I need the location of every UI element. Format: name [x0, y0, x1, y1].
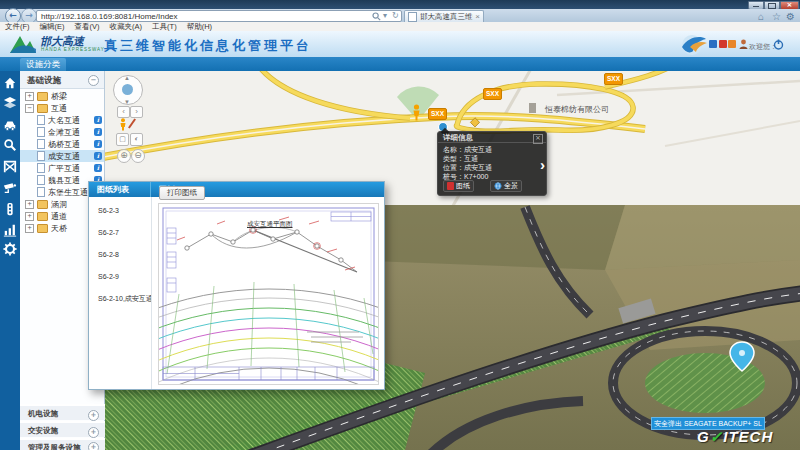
map-compass-control[interactable]: ▲ ▼: [113, 75, 143, 105]
open-panorama-button[interactable]: 全景: [490, 180, 522, 192]
print-drawing-button[interactable]: 打印图纸: [159, 186, 205, 200]
panorama-button-label: 全景: [504, 181, 518, 191]
favorites-star-icon[interactable]: ☆: [772, 11, 781, 22]
tab-close-icon[interactable]: ×: [475, 12, 480, 21]
poi-label: 恒泰棉纺有限公司: [545, 104, 609, 115]
tree-section-header[interactable]: 基础设施 −: [20, 71, 104, 89]
search-rail-icon[interactable]: [3, 138, 17, 152]
expand-icon[interactable]: +: [25, 92, 34, 101]
drawing-list-tab[interactable]: 图纸列表: [89, 182, 151, 197]
tree-item-chengan-selected[interactable]: 成安互通i: [20, 150, 104, 162]
rotate-left-button[interactable]: ‹: [117, 106, 130, 118]
url-text: http://192.168.0.169:8081/Home/Index: [41, 12, 178, 21]
accordion-management-services[interactable]: 管理及服务设施 +: [20, 438, 105, 450]
history-tool[interactable]: ◐: [130, 133, 143, 146]
tree-item-label: 东堡生互通: [48, 187, 91, 198]
expand-icon[interactable]: +: [25, 200, 34, 209]
menu-favorites[interactable]: 收藏夹(A): [110, 22, 143, 32]
address-dropdown-icon[interactable]: ▾: [383, 11, 387, 21]
tree-group-interchanges[interactable]: −互通: [20, 102, 104, 114]
accordion-electromechanical[interactable]: 机电设施 +: [20, 404, 105, 420]
compass-globe-icon: [122, 84, 133, 95]
refresh-icon[interactable]: ↻: [392, 11, 399, 21]
expand-icon[interactable]: +: [88, 427, 99, 438]
select-box-tool[interactable]: ▢: [116, 133, 129, 146]
pan-up-icon[interactable]: ▲: [124, 75, 130, 81]
folder-icon: [37, 224, 48, 233]
accordion-label: 交安设施: [28, 426, 58, 435]
settings-rail-gear-icon[interactable]: [3, 242, 17, 256]
search-icon[interactable]: [372, 12, 381, 21]
tooltip-close-icon[interactable]: ×: [533, 134, 543, 144]
tree-item-jintan[interactable]: 金滩互通i: [20, 126, 104, 138]
expand-icon[interactable]: +: [25, 224, 34, 233]
open-drawing-button[interactable]: 图纸: [443, 180, 474, 192]
settings-gear-icon[interactable]: ⚙: [786, 11, 795, 22]
info-icon[interactable]: i: [94, 164, 102, 172]
folder-icon: [37, 200, 48, 209]
pan-down-icon[interactable]: ▼: [124, 99, 130, 105]
tree-item-label: 杨桥互通: [48, 139, 91, 150]
home-rail-icon[interactable]: [3, 76, 17, 90]
page-title: 真三维智能化信息化管理平台: [104, 37, 312, 55]
bar-chart-icon[interactable]: [3, 223, 17, 237]
menu-tools[interactable]: 工具(T): [152, 22, 177, 32]
expand-icon[interactable]: +: [88, 410, 99, 421]
pdf-icon: [447, 182, 454, 190]
file-icon: [37, 127, 45, 137]
drawing-button-label: 图纸: [456, 181, 470, 191]
notification-chip-red[interactable]: [719, 40, 727, 48]
folder-icon: [37, 92, 48, 101]
browser-tab[interactable]: 邯大高速真三维智能化信息... ×: [404, 10, 484, 22]
pegman-icon[interactable]: [411, 104, 422, 121]
route-shield: SXX: [604, 73, 623, 85]
info-icon[interactable]: i: [94, 152, 102, 160]
drawing-list-item[interactable]: S6-2-7: [89, 227, 151, 239]
tree-item-daming[interactable]: 大名互通i: [20, 114, 104, 126]
tooltip-next-chevron-icon[interactable]: ›: [540, 156, 545, 173]
drawing-canvas[interactable]: 成安互通平面图: [158, 203, 379, 385]
route-shield: SXX: [428, 108, 447, 120]
menu-file[interactable]: 文件(F): [5, 22, 30, 32]
notification-chip-orange[interactable]: [728, 40, 736, 48]
company-logo: [8, 33, 38, 55]
expand-icon[interactable]: +: [25, 212, 34, 221]
sidebar-icon-rail: [0, 71, 20, 450]
info-icon[interactable]: i: [94, 128, 102, 136]
toll-gantry-icon[interactable]: [3, 159, 17, 173]
collapse-icon[interactable]: −: [25, 104, 34, 113]
vehicle-icon[interactable]: [3, 118, 17, 132]
drawing-list-item[interactable]: S6-2-9: [89, 271, 151, 283]
zoom-in-button[interactable]: ⊕: [117, 149, 131, 163]
info-icon[interactable]: i: [94, 140, 102, 148]
menu-view[interactable]: 查看(V): [75, 22, 100, 32]
window-titlebar: [0, 0, 800, 9]
tree-group-bridges[interactable]: +桥梁: [20, 90, 104, 102]
user-avatar-icon[interactable]: [739, 39, 748, 49]
home-icon[interactable]: ⌂: [758, 11, 764, 22]
cctv-camera-icon[interactable]: [3, 181, 17, 195]
menu-edit[interactable]: 编辑(E): [40, 22, 65, 32]
sheet-number-table: [331, 212, 371, 221]
notification-chip-blue[interactable]: [709, 40, 717, 48]
drawing-list-item[interactable]: S6-2-3: [89, 205, 151, 217]
menu-help[interactable]: 帮助(H): [187, 22, 212, 32]
collapse-icon[interactable]: −: [88, 75, 99, 86]
accordion-traffic-safety[interactable]: 交安设施 +: [20, 421, 105, 437]
zoom-out-button[interactable]: ⊖: [131, 149, 145, 163]
drawing-panel: 图纸列表 图纸 S6-2-3 S6-2-7 S6-2-8 S6-2-9 S6-2…: [88, 181, 385, 390]
streetview-pegman-control[interactable]: [119, 118, 127, 131]
drawing-list-item[interactable]: S6-2-10,成安互通: [89, 293, 151, 305]
logout-power-icon[interactable]: [773, 39, 784, 50]
drawing-list-item[interactable]: S6-2-8: [89, 249, 151, 261]
tree-item-yangqiao[interactable]: 杨桥互通i: [20, 138, 104, 150]
tab-facility-category[interactable]: 设施分类: [20, 58, 66, 71]
layers-icon[interactable]: [3, 96, 17, 110]
expand-icon[interactable]: +: [88, 442, 99, 450]
rotate-right-button[interactable]: ›: [130, 106, 143, 118]
file-icon: [37, 139, 45, 149]
address-bar[interactable]: http://192.168.0.169:8081/Home/Index: [36, 10, 402, 22]
info-icon[interactable]: i: [94, 116, 102, 124]
traffic-light-icon[interactable]: [3, 202, 17, 216]
tree-item-guangping[interactable]: 广平互通i: [20, 162, 104, 174]
